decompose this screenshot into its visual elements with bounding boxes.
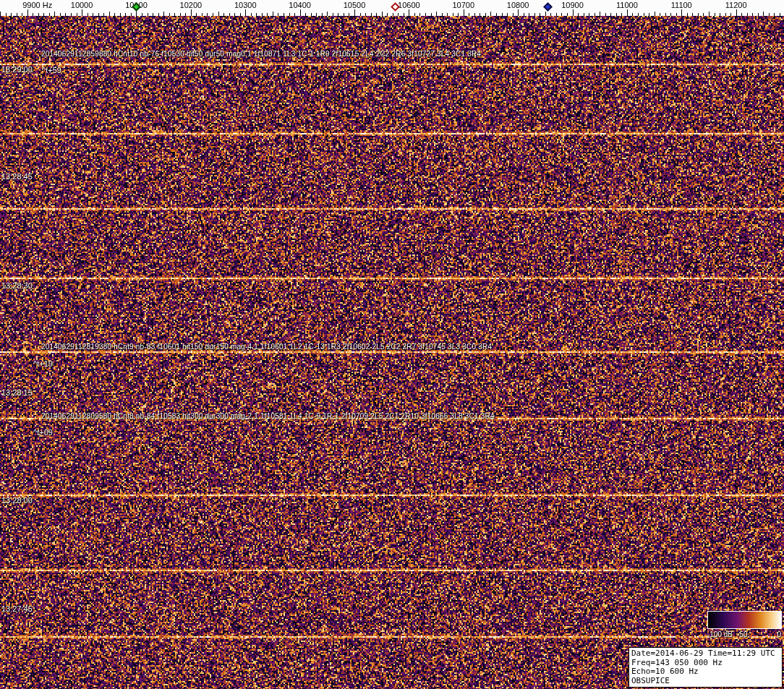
freq-tick-label: 10700 [452, 1, 474, 9]
colorbar-mid-label: -50 [737, 630, 747, 638]
spectrogram-waterfall-canvas [0, 16, 784, 689]
colorbar-max-label: 0 [777, 630, 781, 638]
freq-tick-label: 10800 [507, 1, 529, 9]
detection-annotation: 20140629112809580 hCnt8 nb-84 f10583 hit… [41, 412, 495, 420]
freq-tick-label: 10200 [180, 1, 203, 9]
freq-tick-label: 10400 [289, 1, 311, 9]
meteor-spectrogram-app: 9900 Hz100001010010200103001040010500106… [0, 0, 784, 689]
colorbar-legend: -100 dB -50 0 [707, 611, 782, 640]
freq-tick-label: 9900 Hz [22, 1, 52, 9]
frequency-ruler: 9900 Hz100001010010200103001040010500106… [0, 0, 784, 16]
colorbar-gradient [707, 611, 782, 629]
freq-tick-label: 11200 [725, 1, 747, 9]
time-label: 13:28:30 [1, 281, 33, 290]
time-label: 13:28:00 [1, 496, 33, 505]
freq-tick-label: 10900 [561, 1, 584, 9]
freq-tick-label: 10600 [398, 1, 420, 9]
detection-annotation: 20140629112859880 hCnt10 nb-76 f10530 hi… [41, 50, 481, 58]
colorbar-min-label: -100 dB [707, 630, 733, 638]
freq-tick-label: 11100 [671, 1, 692, 9]
event-time-marker: ^t+59 [42, 66, 61, 74]
time-label: 13:28:15 [1, 388, 33, 397]
observation-info-box: Date=2014-06-29 Time=11:29 UTCFreq=143 0… [629, 647, 783, 688]
colorbar-labels: -100 dB -50 0 [707, 630, 782, 640]
event-time-marker: ^t+09 [33, 428, 53, 437]
info-box-line: OBSUPICE [631, 677, 780, 686]
time-label: 13:29:00 [1, 65, 33, 74]
freq-tick-label: 10000 [71, 1, 93, 9]
time-label: 13:28:45 [1, 172, 33, 181]
detection-annotation: 20140629112819380 hCnt9 nb-83 f10601 hit… [41, 343, 492, 351]
time-label: 13:27:45 [1, 604, 33, 613]
event-time-marker: ^t+19 [33, 359, 53, 368]
freq-tick-label: 11000 [616, 1, 638, 9]
freq-tick-label: 10300 [234, 1, 257, 9]
freq-tick-label: 10500 [344, 1, 366, 9]
info-box-line: Date=2014-06-29 Time=11:29 UTC [631, 649, 780, 659]
info-box-line: Echo=10 600 Hz [631, 667, 780, 677]
